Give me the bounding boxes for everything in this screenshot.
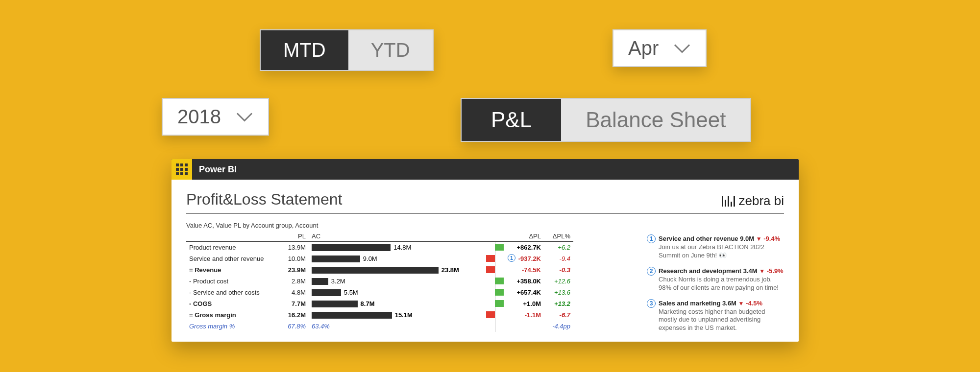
chevron-down-icon [236,111,253,123]
row-label: Service and other revenue [186,253,274,264]
ac-value: 3.2M [331,278,345,285]
delta-pct: +13.2 [544,298,573,309]
delta-value: +862.7K [510,242,544,254]
delta-value: +1.0M [510,298,544,309]
note-delta: -9.4% [763,235,780,242]
ac-bar-cell: 5.5M [309,287,466,298]
ac-value: 15.1M [395,311,413,319]
period-option-ytd[interactable]: YTD [348,30,433,70]
table-row[interactable]: = Gross margin16.2M15.1M-1.1M-6.7 [186,309,573,321]
app-launcher-icon[interactable] [172,159,192,180]
app-name: Power BI [199,164,237,175]
delta-pct: +6.2 [544,242,573,254]
month-value: Apr [628,37,659,59]
report-subtitle: Value AC, Value PL by Account group, Acc… [186,222,784,229]
row-label: = Revenue [186,264,274,276]
triangle-down-icon: ▼ [759,268,765,275]
col-dplpct: ΔPL% [544,231,573,242]
delta-value: -1.1M [510,309,544,321]
ac-bar-cell: 9.0M [309,253,466,264]
sheet-option-pl[interactable]: P&L [462,99,561,141]
powerbi-titlebar: Power BI [172,159,799,180]
note-body: Marketing costs higher than budgeted mos… [659,308,784,333]
delta-bar [495,278,504,284]
pl-value: 2.8M [274,276,309,287]
powerbi-window: Power BI Profit&Loss Statement zebra bi … [172,159,799,342]
note-delta: -4.5% [746,300,762,307]
note-title: Research and development 3.4M [659,267,758,275]
pl-value: 23.9M [274,264,309,276]
sheet-option-balance-sheet[interactable]: Balance Sheet [561,99,750,141]
ac-value: 9.0M [363,255,377,262]
ac-bar [312,244,391,251]
row-label: - COGS [186,298,274,309]
col-pl: PL [274,231,309,242]
table-row[interactable]: Service and other revenue10.0M9.0M1-937.… [186,253,573,264]
delta-pct: -6.7 [544,309,573,321]
ac-bar-cell: 14.8M [309,242,466,254]
note-badge-inline[interactable]: 1 [508,254,515,262]
table-row[interactable]: - COGS7.7M8.7M+1.0M+13.2 [186,298,573,309]
period-option-mtd[interactable]: MTD [261,30,348,70]
pl-value: 67.8% [274,321,309,332]
delta-bar-cell [466,287,510,298]
annotation: 3Sales and marketing 3.6M ▼ -4.5%Marketi… [647,299,784,333]
delta-bar [486,311,495,318]
row-label: = Gross margin [186,309,274,321]
zebra-bars-icon [722,196,735,207]
table-row[interactable]: = Revenue23.9M23.8M-74.5K-0.3 [186,264,573,276]
pl-table: PL AC ΔPL ΔPL% Product revenue13.9M14.8M… [186,231,573,332]
delta-value: -74.5K [510,264,544,276]
pl-value: 16.2M [274,309,309,321]
triangle-down-icon: ▼ [756,235,762,242]
sheet-toggle[interactable]: P&L Balance Sheet [461,98,751,142]
report-body: Profit&Loss Statement zebra bi Value AC,… [172,180,799,342]
row-label: - Product cost [186,276,274,287]
report-title-row: Profit&Loss Statement zebra bi [186,190,784,214]
note-body: Chuck Norris is doing a tremendous job. … [659,276,784,292]
zebra-bi-logo: zebra bi [722,193,784,209]
note-title: Service and other revenue 9.0M [659,235,754,242]
ac-value: 23.8M [441,266,459,274]
annotation: 1Service and other revenue 9.0M ▼ -9.4%J… [647,234,784,260]
pl-value: 10.0M [274,253,309,264]
delta-bar [486,255,495,262]
delta-bar-cell [466,276,510,287]
ac-value: 8.7M [361,300,375,307]
triangle-down-icon: ▼ [738,300,744,307]
col-ac: AC [309,231,466,242]
period-toggle[interactable]: MTD YTD [260,29,434,71]
pl-value: 13.9M [274,242,309,254]
delta-bar [495,289,504,296]
month-dropdown[interactable]: Apr [612,29,707,67]
ac-bar-cell: 3.2M [309,276,466,287]
report-title: Profit&Loss Statement [186,190,342,209]
delta-bar-cell [466,298,510,309]
delta-pct: -9.4 [544,253,573,264]
delta-value [510,321,544,332]
ac-bar [312,256,360,262]
note-badge: 1 [647,234,656,243]
row-label: - Service and other costs [186,287,274,298]
note-title: Sales and marketing 3.6M [659,300,736,307]
chevron-down-icon [673,43,691,54]
delta-pct: +12.6 [544,276,573,287]
year-dropdown[interactable]: 2018 [162,98,269,136]
pl-value: 4.8M [274,287,309,298]
note-badge: 2 [647,267,656,276]
table-row[interactable]: Gross margin %67.8%63.4%-4.4pp [186,321,573,332]
delta-pct: -4.4pp [544,321,573,332]
ac-value: 5.5M [344,289,358,296]
table-row[interactable]: Product revenue13.9M14.8M+862.7K+6.2 [186,242,573,254]
row-label: Product revenue [186,242,274,254]
note-delta: -5.9% [767,267,784,275]
table-row[interactable]: - Product cost2.8M3.2M+358.0K+12.6 [186,276,573,287]
ac-bar [312,289,341,296]
delta-bar-cell: 1 [466,253,510,264]
delta-value: +358.0K [510,276,544,287]
table-row[interactable]: - Service and other costs4.8M5.5M+657.4K… [186,287,573,298]
delta-bar-cell [466,264,510,276]
delta-bar [486,266,495,273]
ac-bar [312,267,439,274]
ac-bar-cell: 8.7M [309,298,466,309]
